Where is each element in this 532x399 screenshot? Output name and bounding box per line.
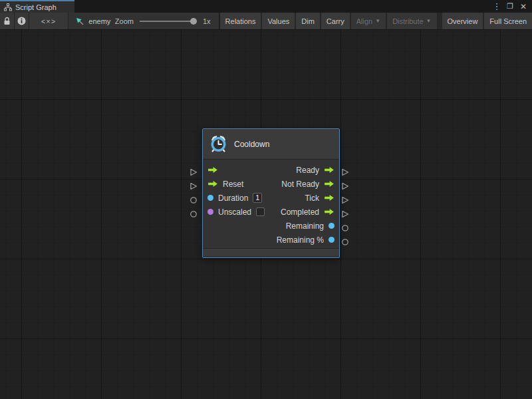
flow-input-port[interactable] [207,180,218,188]
dim-button[interactable]: Dim [296,13,321,29]
port-label: Remaining % [277,235,324,245]
value-output-port[interactable] [329,237,334,243]
node-title: Cooldown [234,140,269,149]
port-label: Reset [223,180,243,189]
port-label: Remaining [286,221,324,231]
tab-bar: Script Graph ⋮ ❐ ✕ [0,0,532,13]
flow-output-port[interactable] [324,208,334,215]
flow-input-port[interactable] [207,166,218,174]
toolbar-buttons: Relations Values Dim Carry Align ▼ Distr… [220,13,532,29]
maximize-icon[interactable]: ❐ [505,1,515,12]
flow-output-port[interactable] [324,180,334,188]
port-label: Ready [296,166,319,175]
external-value-output-connector[interactable] [341,237,349,245]
graph-breadcrumb[interactable]: enemy [75,17,110,26]
cooldown-node[interactable]: Cooldown Ready [202,128,340,258]
external-value-input-connector[interactable] [190,209,198,217]
node-row: Remaining [203,219,339,233]
graph-tab-icon [4,3,12,11]
port-label: Unscaled [218,207,251,217]
alarm-clock-icon [209,135,227,153]
zoom-slider[interactable] [140,18,197,25]
info-button[interactable] [15,13,29,29]
external-flow-output-connector[interactable] [341,167,349,175]
values-button[interactable]: Values [262,13,296,29]
zoom-slider-track [140,21,197,22]
tab-script-graph[interactable]: Script Graph [0,0,74,13]
full-screen-button[interactable]: Full Screen [484,13,532,29]
cooldown-node-header[interactable]: Cooldown [203,129,339,160]
carry-button[interactable]: Carry [321,13,351,29]
unscaled-checkbox[interactable] [256,207,265,216]
graph-pointer-icon [75,17,84,26]
graph-toolbar: <×> enemy Zoom 1x R [0,13,532,30]
external-flow-input-connector[interactable] [190,167,198,175]
boolean-input-port[interactable] [207,209,213,215]
script-graph-window: Script Graph ⋮ ❐ ✕ [0,0,532,399]
zoom-value: 1x [203,17,211,25]
node-row: Remaining % [203,233,339,247]
tab-title: Script Graph [15,3,57,11]
graph-canvas[interactable]: Cooldown Ready [0,30,532,399]
flow-output-port[interactable] [324,166,334,174]
external-flow-input-connector[interactable] [190,181,198,189]
value-output-port[interactable] [329,223,334,229]
window-menu-icon[interactable]: ⋮ [491,1,502,12]
node-row: Reset Not Ready [203,177,339,191]
window-controls: ⋮ ❐ ✕ [491,0,532,13]
chevron-down-icon: ▼ [426,18,432,24]
port-label: Completed [281,207,319,217]
node-row: Duration 1 Tick [203,191,339,205]
external-flow-output-connector[interactable] [341,209,349,217]
node-row: Ready [203,163,339,177]
chevron-down-icon: ▼ [375,18,380,24]
external-flow-output-connector[interactable] [341,195,349,203]
zoom-label: Zoom [115,17,134,25]
lock-button[interactable] [0,13,15,29]
lock-icon [3,17,11,25]
node-footer [203,248,339,256]
node-row: Unscaled Completed [203,205,339,219]
port-label: Not Ready [281,180,319,189]
duration-value-input[interactable]: 1 [253,193,262,203]
close-icon[interactable]: ✕ [518,1,529,12]
zoom-control: Zoom 1x [115,17,211,25]
port-label: Duration [218,194,248,203]
zoom-slider-handle[interactable] [190,18,197,25]
distribute-dropdown: Distribute ▼ [387,13,438,29]
port-label: Tick [305,194,319,203]
overview-button[interactable]: Overview [442,13,485,29]
relations-button[interactable]: Relations [220,13,263,29]
code-preview-button[interactable]: <×> [29,13,69,29]
external-value-output-connector[interactable] [341,223,349,231]
flow-output-port[interactable] [324,194,334,201]
info-icon [17,17,26,25]
node-body: Ready Reset Not Ready [203,160,339,247]
external-value-input-connector[interactable] [190,195,198,203]
graph-name: enemy [88,17,110,25]
graph-breadcrumb-zone: enemy Zoom 1x [68,13,219,29]
align-dropdown: Align ▼ [351,13,387,29]
value-input-port[interactable] [207,195,213,201]
external-flow-output-connector[interactable] [341,181,349,189]
